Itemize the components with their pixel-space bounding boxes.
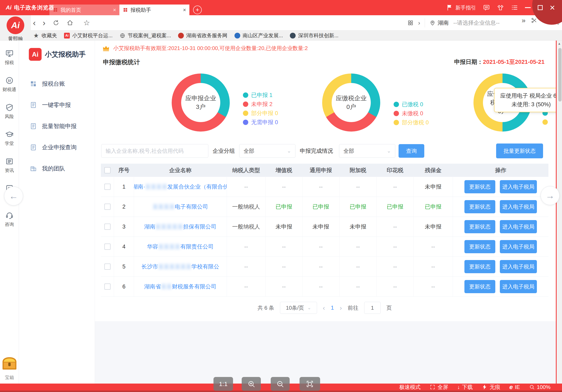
tab-close-icon[interactable]: × bbox=[113, 7, 116, 13]
enter-tax-bureau-button[interactable]: 进入电子税局 bbox=[500, 180, 537, 193]
group-filter-select[interactable]: 全部 ⌄ bbox=[239, 144, 295, 158]
row-checkbox[interactable] bbox=[104, 224, 111, 230]
enter-tax-bureau-button[interactable]: 进入电子税局 bbox=[500, 240, 537, 253]
tab-close-icon[interactable]: × bbox=[183, 7, 186, 13]
update-status-button[interactable]: 更新状态 bbox=[464, 260, 495, 273]
enter-tax-bureau-button[interactable]: 进入电子税局 bbox=[500, 280, 537, 293]
row-checkbox[interactable] bbox=[104, 244, 111, 250]
browser-tab[interactable]: 我的首页 × bbox=[49, 4, 119, 15]
donut-chart-1[interactable]: 应申报企业3户 bbox=[172, 73, 230, 131]
region-selector[interactable]: 湖南 bbox=[429, 19, 449, 26]
feedback-icon[interactable] bbox=[483, 4, 490, 11]
legend-item[interactable]: 未申报 2 bbox=[243, 101, 278, 107]
next-page-button[interactable]: › bbox=[340, 304, 342, 312]
bookmark-star-icon[interactable]: ☆ bbox=[83, 19, 90, 27]
status-filter-select[interactable]: 全部 ⌄ bbox=[339, 144, 395, 158]
sidebar-item-我的团队[interactable]: 我的团队 bbox=[19, 158, 95, 179]
update-status-button[interactable]: 更新状态 bbox=[464, 200, 495, 213]
user-profile[interactable]: Ai 黄熙翰 bbox=[4, 16, 27, 42]
home-icon[interactable] bbox=[67, 19, 73, 26]
apps-icon[interactable] bbox=[407, 20, 414, 26]
company-name-link[interactable]: 长沙市某某某某某某学校有限公 bbox=[134, 257, 227, 276]
content-panel: 小艾报税助手有效期至:2021-10-31 00:00:00,可使用企业数量:2… bbox=[95, 41, 556, 321]
browser-logo: Ai bbox=[6, 4, 12, 11]
update-status-button[interactable]: 更新状态 bbox=[464, 280, 495, 293]
batch-update-button[interactable]: 批量更新状态 bbox=[496, 143, 543, 158]
legend-item[interactable]: 已缴税 0 bbox=[394, 102, 429, 107]
legend-item[interactable]: 无需申报 0 bbox=[243, 119, 278, 125]
legend-item[interactable] bbox=[542, 119, 548, 125]
rail-item-风险[interactable]: 风险 bbox=[0, 98, 19, 125]
row-checkbox[interactable] bbox=[104, 263, 111, 270]
zoom-out-button[interactable] bbox=[271, 377, 290, 391]
skin-icon[interactable] bbox=[497, 4, 504, 11]
donut-chart-2[interactable]: 应缴税企业0户 bbox=[322, 73, 380, 131]
app-logo: Ai 小艾报税助手 bbox=[19, 41, 95, 61]
row-checkbox[interactable] bbox=[104, 284, 111, 290]
enter-tax-bureau-button[interactable]: 进入电子税局 bbox=[500, 220, 537, 233]
scrollbar-thumb[interactable] bbox=[558, 48, 562, 102]
column-header: 纳税人类型 bbox=[227, 164, 266, 177]
minimize-button[interactable] bbox=[525, 7, 531, 8]
browser-tab[interactable]: 报税助手 × bbox=[119, 4, 189, 15]
legend-item[interactable]: 部分申报 0 bbox=[243, 110, 278, 116]
forward-button[interactable]: › bbox=[43, 18, 45, 28]
back-button[interactable]: ‹ bbox=[33, 18, 35, 28]
rail-item-宝箱[interactable]: 宝箱 bbox=[0, 354, 19, 381]
legend-item[interactable]: 部分缴税 0 bbox=[394, 120, 429, 125]
search-input[interactable] bbox=[101, 144, 208, 158]
new-tab-button[interactable]: + bbox=[193, 6, 202, 14]
company-name-link[interactable]: 湖南·某某某某发展合伙企业（有限合伙 bbox=[134, 177, 227, 197]
carousel-prev-button[interactable]: ← bbox=[4, 187, 23, 205]
guide-button[interactable]: 新手指引 bbox=[446, 4, 476, 11]
current-page[interactable]: 1 bbox=[331, 305, 334, 311]
bookmark-item[interactable]: 深圳市科技创新... bbox=[290, 32, 339, 39]
company-name-link[interactable]: 华容某某某某有限责任公司 bbox=[134, 237, 227, 257]
rail-item-咨询[interactable]: 咨询 bbox=[0, 206, 19, 233]
reload-icon[interactable] bbox=[52, 19, 59, 26]
sidebar-item-一键零申报[interactable]: 一键零申报 bbox=[19, 94, 95, 116]
legend-item[interactable]: 已申报 1 bbox=[243, 92, 278, 98]
search-button[interactable]: 查询 bbox=[398, 144, 424, 158]
bookmark-item[interactable]: 湖南省政务服务网 bbox=[178, 32, 227, 39]
enter-tax-bureau-button[interactable]: 进入电子税局 bbox=[500, 200, 537, 213]
rail-item-资讯[interactable]: 资讯 bbox=[0, 152, 19, 179]
select-all-checkbox[interactable] bbox=[104, 167, 111, 173]
bookmark-item[interactable]: ★收藏夹 bbox=[33, 32, 57, 39]
goto-page-input[interactable] bbox=[364, 302, 381, 314]
bookmark-item[interactable]: 南山区产业发展... bbox=[234, 32, 283, 39]
row-checkbox[interactable] bbox=[104, 204, 111, 210]
zoom-in-button[interactable] bbox=[242, 377, 261, 391]
enter-tax-bureau-button[interactable]: 进入电子税局 bbox=[500, 260, 537, 273]
rail-item-报税[interactable]: 报税 bbox=[0, 44, 19, 71]
page-size-select[interactable]: 10条/页 ⌄ bbox=[280, 302, 317, 314]
update-status-button[interactable]: 更新状态 bbox=[464, 240, 495, 253]
prev-page-button[interactable]: ‹ bbox=[323, 304, 325, 312]
scrollbar-up-arrow[interactable]: ▲ bbox=[557, 41, 562, 46]
scissors-icon[interactable] bbox=[531, 17, 537, 24]
expand-chevron[interactable]: › bbox=[418, 19, 420, 26]
rail-item-学堂[interactable]: 学堂 bbox=[0, 125, 19, 152]
fit-screen-button[interactable] bbox=[300, 377, 320, 391]
rail-item-财税通[interactable]: 财财税通 bbox=[0, 71, 19, 98]
close-button[interactable]: × bbox=[550, 3, 555, 12]
sidebar-item-批量智能申报[interactable]: 批量智能申报 bbox=[19, 116, 95, 137]
maximize-button[interactable] bbox=[538, 5, 543, 10]
carousel-next-button[interactable]: → bbox=[541, 186, 560, 205]
menu-icon[interactable] bbox=[511, 4, 518, 11]
sidebar-item-报税台账[interactable]: 报税台账 bbox=[19, 73, 95, 94]
legend-item[interactable]: 未缴税 0 bbox=[394, 111, 429, 116]
license-notice: 小艾报税助手有效期至:2021-10-31 00:00:00,可使用企业数量:2… bbox=[102, 44, 308, 52]
company-name-link[interactable]: 某某某某电子有限公司 bbox=[134, 197, 227, 217]
actual-size-button[interactable]: 1:1 bbox=[213, 377, 233, 391]
bookmark-item[interactable]: 节税案例_避税案... bbox=[120, 32, 171, 39]
update-status-button[interactable]: 更新状态 bbox=[464, 180, 495, 193]
page-scrollbar[interactable]: ▲ bbox=[556, 41, 562, 384]
sidebar-item-企业申报查询[interactable]: 企业申报查询 bbox=[19, 137, 95, 158]
update-status-button[interactable]: 更新状态 bbox=[464, 220, 495, 233]
bookmark-item[interactable]: Ai小艾财税平台运... bbox=[64, 32, 113, 39]
company-name-link[interactable]: 湖南省某某财税服务有限公司 bbox=[134, 277, 227, 297]
company-name-link[interactable]: 湖南某某某某某担保有限公司 bbox=[134, 217, 227, 237]
more-bookmarks-icon[interactable]: » bbox=[522, 16, 526, 24]
row-checkbox[interactable] bbox=[104, 184, 111, 190]
